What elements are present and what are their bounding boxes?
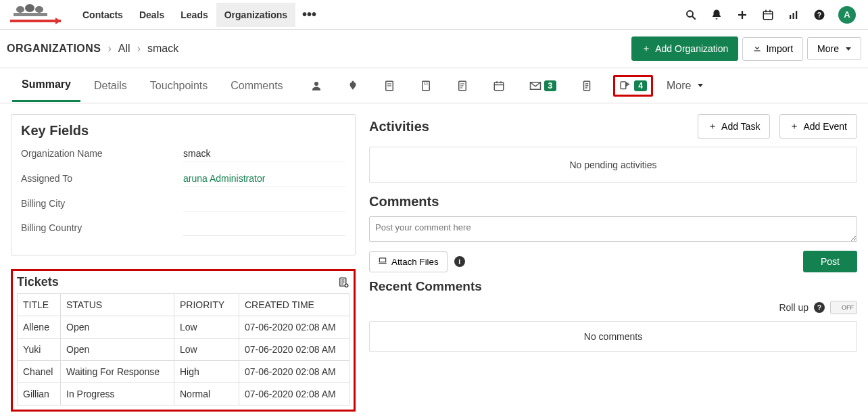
tab-calendar-icon[interactable] <box>489 77 509 95</box>
tab-invoice-icon[interactable] <box>452 77 473 95</box>
table-header[interactable]: CREATED TIME <box>239 294 349 316</box>
nav-deals[interactable]: Deals <box>131 3 172 27</box>
cell-status: Open <box>61 316 174 339</box>
rollup-toggle[interactable]: OFF <box>830 301 857 314</box>
action-bar: ORGANIZATIONS › All › smack ＋ Add Organi… <box>0 30 868 68</box>
table-header-row: TITLE STATUS PRIORITY CREATED TIME <box>18 294 349 316</box>
import-label: Import <box>766 43 793 54</box>
tab-comments[interactable]: Comments <box>221 70 292 101</box>
cell-title: Yuki <box>18 339 61 361</box>
add-organization-button[interactable]: ＋ Add Organization <box>631 36 738 61</box>
activities-section: Activities ＋ Add Task ＋ Add Event No pen… <box>369 114 857 183</box>
post-button[interactable]: Post <box>803 251 857 272</box>
add-task-label: Add Task <box>721 121 760 132</box>
help-icon[interactable]: ? <box>814 302 825 313</box>
cell-created: 07-06-2020 02:08 AM <box>239 316 349 339</box>
top-nav: Contacts Deals Leads Organizations ••• ?… <box>0 0 868 30</box>
nav-leads[interactable]: Leads <box>172 3 216 27</box>
cell-title: Allene <box>18 316 61 339</box>
svg-point-1 <box>25 4 34 12</box>
breadcrumb-record: smack <box>147 43 178 55</box>
add-task-button[interactable]: ＋ Add Task <box>698 114 770 139</box>
svg-text:?: ? <box>817 10 821 18</box>
more-label: More <box>817 43 839 54</box>
add-event-button[interactable]: ＋ Add Event <box>779 114 857 139</box>
svg-line-5 <box>692 16 696 20</box>
record-tabs: Summary Details Touchpoints Comments SO … <box>0 68 868 103</box>
table-row[interactable]: Allene Open Low 07-06-2020 02:08 AM <box>18 316 349 339</box>
recent-comments-empty: No comments <box>369 321 857 352</box>
app-logo[interactable] <box>7 4 68 26</box>
kv-label: Assigned To <box>21 173 183 187</box>
user-avatar[interactable]: A <box>838 6 856 24</box>
tab-summary[interactable]: Summary <box>12 69 80 102</box>
cell-created: 07-06-2020 02:08 AM <box>239 361 349 383</box>
search-icon[interactable] <box>684 8 698 22</box>
breadcrumb-all[interactable]: All <box>118 43 130 55</box>
bell-icon[interactable] <box>710 8 723 22</box>
tabs-more[interactable]: More <box>667 80 703 92</box>
attach-files-label: Attach Files <box>391 257 439 267</box>
chevron-down-icon <box>846 47 851 51</box>
more-button[interactable]: More <box>807 37 861 60</box>
svg-rect-8 <box>763 11 773 19</box>
svg-rect-35 <box>621 82 627 89</box>
cell-status: In Progress <box>61 383 174 405</box>
svg-rect-10 <box>765 9 767 12</box>
add-organization-label: Add Organization <box>655 43 728 54</box>
comments-section: Comments Attach Files i Post Recent Comm… <box>369 194 857 352</box>
tickets-badge: 4 <box>634 80 647 91</box>
kv-value-assigned-to[interactable]: aruna Administrator <box>183 173 345 187</box>
nav-more-icon[interactable]: ••• <box>295 7 323 22</box>
kv-label: Organization Name <box>21 148 183 162</box>
rollup-label: Roll up <box>779 302 809 313</box>
kv-value-org-name[interactable]: smack <box>183 148 345 162</box>
table-header[interactable]: PRIORITY <box>174 294 239 316</box>
cell-status: Open <box>61 339 174 361</box>
svg-rect-3 <box>14 13 47 16</box>
svg-text:SO: SO <box>423 82 428 86</box>
info-icon[interactable]: i <box>454 256 465 267</box>
comment-input[interactable] <box>369 216 857 242</box>
calendar-icon[interactable] <box>761 8 775 22</box>
table-header[interactable]: STATUS <box>61 294 174 316</box>
tab-quotes-icon[interactable] <box>379 77 400 95</box>
plus-icon: ＋ <box>708 120 717 132</box>
table-header[interactable]: TITLE <box>18 294 61 316</box>
table-row[interactable]: Chanel Waiting For Response High 07-06-2… <box>18 361 349 383</box>
content-area: Key Fields Organization Name smack Assig… <box>0 103 868 419</box>
breadcrumb-module[interactable]: ORGANIZATIONS <box>7 43 101 55</box>
cell-priority: Low <box>174 339 239 361</box>
tab-touchpoints[interactable]: Touchpoints <box>141 70 217 101</box>
kv-value-billing-city[interactable] <box>183 198 345 212</box>
kv-row: Assigned To aruna Administrator <box>21 173 345 187</box>
help-icon[interactable]: ? <box>813 8 826 22</box>
chart-icon[interactable] <box>787 8 800 22</box>
tab-salesorder-icon[interactable]: SO <box>416 77 436 95</box>
import-button[interactable]: Import <box>742 37 803 61</box>
plus-icon[interactable] <box>736 8 749 22</box>
nav-contacts[interactable]: Contacts <box>74 3 131 27</box>
table-row[interactable]: Gillian In Progress Normal 07-06-2020 02… <box>18 383 349 405</box>
tickets-card: Tickets TITLE STATUS PRIORITY CREATED TI… <box>11 269 356 412</box>
chevron-down-icon <box>698 84 703 87</box>
kv-label: Billing City <box>21 198 183 212</box>
svg-point-4 <box>687 11 693 17</box>
attach-files-button[interactable]: Attach Files <box>369 251 448 272</box>
tab-deals-icon[interactable] <box>343 77 363 95</box>
tab-emails-icon[interactable]: 3 <box>525 77 561 95</box>
plus-icon: ＋ <box>790 120 799 132</box>
tab-documents-icon[interactable] <box>577 77 597 95</box>
table-row[interactable]: Yuki Open Low 07-06-2020 02:08 AM <box>18 339 349 361</box>
laptop-icon <box>378 256 387 268</box>
svg-rect-14 <box>796 11 797 19</box>
svg-rect-27 <box>494 82 504 90</box>
tab-details[interactable]: Details <box>85 70 137 101</box>
tab-tickets-icon[interactable]: 4 <box>613 75 653 97</box>
tab-contacts-icon[interactable] <box>306 77 327 95</box>
kv-value-billing-country[interactable] <box>183 222 345 236</box>
nav-organizations[interactable]: Organizations <box>216 3 295 27</box>
add-ticket-icon[interactable] <box>337 276 349 289</box>
download-icon <box>752 43 762 55</box>
svg-rect-13 <box>793 13 794 19</box>
